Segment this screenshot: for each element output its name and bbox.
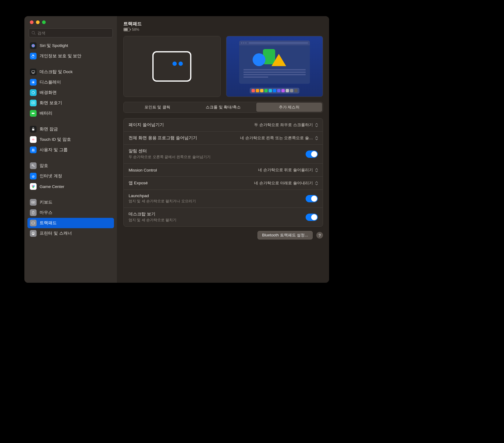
svg-rect-3 — [32, 71, 35, 73]
page-title: 트랙패드 — [123, 21, 323, 27]
sidebar-item-15[interactable]: Game Center — [27, 181, 114, 192]
tab-2[interactable]: 추가 제스처 — [256, 103, 322, 112]
svg-point-26 — [32, 186, 34, 188]
sidebar-item-label: 인터넷 계정 — [40, 173, 62, 179]
svg-rect-28 — [32, 202, 32, 202]
minimize-button[interactable] — [36, 20, 40, 24]
display-icon — [30, 79, 37, 86]
sidebar-item-5[interactable]: 배경화면 — [27, 87, 114, 98]
row-launchpad: Launchpad엄지 및 세 손가락으로 펼치거나 오므리기 — [124, 190, 323, 208]
sidebar-item-13[interactable]: 암호 — [27, 161, 114, 171]
row-mission-control[interactable]: Mission Control 네 손가락으로 위로 쓸어올리기 — [124, 164, 323, 177]
siri-icon — [30, 42, 37, 49]
trackpad-icon — [30, 220, 37, 226]
sidebar-item-6[interactable]: 화면 보호기 — [27, 98, 114, 108]
search-input[interactable] — [37, 31, 110, 35]
search-field[interactable] — [29, 28, 113, 37]
svg-line-1 — [34, 34, 36, 35]
gesture-preview-row — [117, 36, 329, 97]
sidebar-item-20[interactable]: 프린터 및 스캐너 — [27, 228, 114, 239]
svg-line-12 — [32, 83, 32, 83]
sidebar-item-label: 마우스 — [40, 210, 52, 215]
sidebar-item-label: 프린터 및 스캐너 — [40, 231, 72, 236]
touchid-icon — [30, 136, 37, 143]
sidebar-item-label: 디스플레이 — [40, 80, 61, 85]
svg-rect-19 — [32, 129, 34, 130]
sidebar-item-3[interactable]: 데스크탑 및 Dock — [27, 67, 114, 77]
sidebar-item-11[interactable]: 사용자 및 그룹 — [27, 145, 114, 155]
close-button[interactable] — [30, 20, 34, 24]
sidebar-item-1[interactable]: 개인정보 보호 및 보안 — [27, 51, 114, 61]
sidebar-item-9[interactable]: 화면 잠금 — [27, 124, 114, 134]
battery-percent: 58% — [132, 27, 139, 32]
chevron-updown-icon — [315, 168, 318, 172]
svg-point-5 — [32, 81, 34, 83]
chevron-updown-icon — [315, 123, 318, 127]
maximize-button[interactable] — [42, 20, 46, 24]
svg-line-13 — [34, 81, 34, 81]
dropdown-value[interactable]: 네 손가락으로 위로 쓸어올리기 — [258, 167, 318, 173]
gamecenter-icon — [30, 183, 37, 190]
toggle-notification-center[interactable] — [306, 151, 318, 158]
bluetooth-trackpad-button[interactable]: Bluetooth 트랙패드 설정... — [257, 231, 313, 239]
sidebar-item-label: 배터리 — [40, 111, 52, 116]
sidebar-item-4[interactable]: 디스플레이 — [27, 77, 114, 87]
sidebar-item-0[interactable]: Siri 및 Spotlight — [27, 41, 114, 51]
sidebar-item-7[interactable]: 배터리 — [27, 108, 114, 119]
help-button[interactable]: ? — [316, 232, 323, 239]
svg-line-11 — [34, 83, 34, 83]
svg-point-20 — [32, 149, 33, 150]
sidebar-item-10[interactable]: Touch ID 및 암호 — [27, 134, 114, 145]
svg-rect-37 — [32, 232, 34, 233]
printer-icon — [30, 230, 37, 237]
dropdown-value[interactable]: 두 손가락으로 좌우로 스크롤하기 — [254, 122, 318, 128]
sidebar-item-14[interactable]: @인터넷 계정 — [27, 171, 114, 181]
toggle-launchpad[interactable] — [306, 195, 318, 202]
content-pane: 트랙패드 58% — [117, 16, 329, 283]
sidebar-item-label: 화면 보호기 — [40, 100, 62, 106]
battery-status: 58% — [123, 27, 323, 32]
trackpad-preview — [123, 36, 221, 97]
svg-rect-29 — [33, 202, 33, 202]
screensaver-icon — [30, 100, 37, 106]
row-page-swipe[interactable]: 페이지 쓸어넘기기 두 손가락으로 좌우로 스크롤하기 — [124, 119, 323, 132]
dock-icon — [30, 69, 37, 75]
sidebar-item-label: 화면 잠금 — [40, 126, 58, 132]
mouse-icon — [30, 209, 37, 216]
toggle-show-desktop[interactable] — [306, 214, 318, 221]
sidebar-item-label: 배경화면 — [40, 90, 57, 95]
sidebar-item-label: Siri 및 Spotlight — [40, 43, 68, 48]
chevron-updown-icon — [315, 136, 318, 140]
lock-icon — [30, 126, 37, 133]
svg-point-2 — [31, 44, 35, 47]
desktop-preview — [226, 36, 323, 97]
sidebar-item-17[interactable]: 키보드 — [27, 197, 114, 207]
footer: Bluetooth 트랙패드 설정... ? — [117, 227, 329, 244]
chevron-updown-icon — [315, 181, 318, 185]
titlebar — [24, 16, 117, 28]
tab-1[interactable]: 스크롤 및 확대/축소 — [190, 103, 256, 112]
svg-rect-17 — [32, 113, 34, 114]
svg-rect-32 — [32, 203, 34, 203]
svg-rect-30 — [33, 202, 34, 202]
svg-text:@: @ — [32, 175, 35, 178]
dropdown-value[interactable]: 네 손가락으로 아래로 쓸어내리기 — [254, 180, 318, 186]
sidebar-item-label: 데스크탑 및 Dock — [40, 69, 73, 75]
svg-rect-27 — [31, 201, 35, 203]
sidebar-item-18[interactable]: 마우스 — [27, 207, 114, 218]
tab-0[interactable]: 포인트 및 클릭 — [124, 103, 190, 112]
sidebar-item-label: 개인정보 보호 및 보안 — [40, 53, 81, 59]
search-icon — [31, 31, 36, 35]
svg-point-16 — [33, 102, 34, 103]
sidebar-item-19[interactable]: 트랙패드 — [27, 218, 114, 228]
row-fullscreen-swipe[interactable]: 전체 화면 응용 프로그램 쓸어넘기기 네 손가락으로 왼쪽 또는 오른쪽으로 … — [124, 132, 323, 145]
dropdown-value[interactable]: 네 손가락으로 왼쪽 또는 오른쪽으로 쓸… — [240, 135, 318, 141]
sidebar-item-label: 트랙패드 — [40, 220, 57, 226]
hand-icon — [30, 53, 37, 59]
settings-list: 페이지 쓸어넘기기 두 손가락으로 좌우로 스크롤하기 전체 화면 응용 프로그… — [123, 118, 323, 227]
sidebar-item-label: Game Center — [40, 184, 64, 189]
row-app-expose[interactable]: 앱 Exposé 네 손가락으로 아래로 쓸어내리기 — [124, 177, 323, 190]
users-icon — [30, 147, 37, 153]
at-icon: @ — [30, 173, 37, 179]
content-header: 트랙패드 58% — [117, 16, 329, 36]
